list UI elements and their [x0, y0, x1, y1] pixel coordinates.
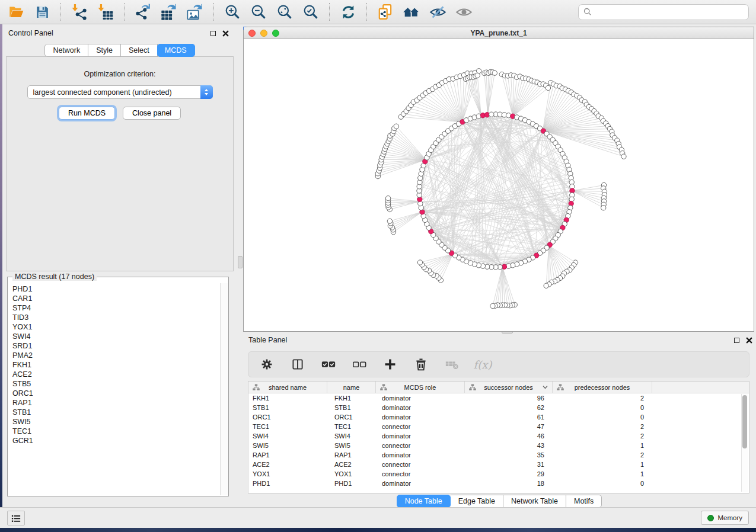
column-header-shared-name[interactable]: shared name	[248, 382, 327, 393]
mcds-result-item[interactable]: TID3	[12, 313, 219, 322]
table-panel: Table Panel	[243, 334, 756, 507]
mcds-result-item[interactable]: RAP1	[12, 398, 219, 408]
mcds-result-list[interactable]: PHD1CAR1STP4TID3YOX1SWI4SRD1PMA2FKH1ACE2…	[8, 284, 219, 495]
cell-successor_nodes: 46	[465, 431, 553, 441]
table-row[interactable]: ORC1ORC1dominator610	[248, 412, 749, 422]
table-scrollbar[interactable]	[741, 394, 748, 492]
import-table-button[interactable]	[97, 3, 114, 21]
tab-edge-table[interactable]: Edge Table	[451, 495, 503, 508]
export-network-button[interactable]	[134, 3, 152, 21]
mcds-list-scrollbar[interactable]	[220, 283, 228, 495]
eye-slash-icon	[429, 4, 446, 21]
column-header-successor-nodes[interactable]: successor nodes	[465, 382, 553, 393]
sort-desc-icon	[543, 385, 548, 389]
tab-network[interactable]: Network	[44, 44, 88, 57]
tree-icon	[380, 384, 387, 391]
export-image-button[interactable]	[186, 3, 204, 21]
deselect-all-rows-button[interactable]	[350, 355, 368, 373]
select-all-rows-button[interactable]	[320, 355, 337, 373]
cell-name: TEC1	[327, 422, 376, 431]
mcds-result-item[interactable]: FKH1	[12, 360, 219, 370]
refresh-view-button[interactable]	[339, 3, 357, 21]
table-settings-button[interactable]	[258, 355, 276, 373]
cell-mcds_role: connector	[376, 460, 465, 469]
mcds-result-item[interactable]: STB5	[12, 379, 219, 389]
first-neighbors-button[interactable]	[403, 3, 420, 21]
table-row[interactable]: SWI4SWI4dominator462	[248, 431, 749, 441]
save-floppy-icon	[35, 5, 50, 20]
mcds-result-item[interactable]: ACE2	[12, 370, 219, 379]
column-header-predecessor-nodes[interactable]: predecessor nodes	[553, 382, 652, 393]
cell-predecessor_nodes: 1	[553, 441, 652, 450]
mcds-result-item[interactable]: STP4	[12, 303, 219, 313]
column-label: name	[343, 384, 360, 391]
mcds-result-item[interactable]: GCR1	[12, 436, 219, 446]
table-row[interactable]: FKH1FKH1dominator962	[248, 393, 749, 403]
mcds-result-item[interactable]: CAR1	[12, 294, 219, 303]
zoom-selected-button[interactable]	[302, 3, 320, 21]
export-table-button[interactable]	[160, 3, 178, 21]
table-row[interactable]: PHD1PHD1dominator180	[248, 479, 749, 488]
columns-icon	[291, 358, 304, 371]
tab-node-table[interactable]: Node Table	[397, 495, 451, 508]
column-label: successor nodes	[484, 384, 533, 391]
hide-selected-button[interactable]	[429, 3, 446, 21]
tab-select[interactable]: Select	[121, 44, 158, 57]
mcds-result-item[interactable]: TEC1	[12, 427, 219, 436]
table-row[interactable]: STB1STB1dominator620	[248, 403, 749, 412]
mcds-result-item[interactable]: PHD1	[12, 284, 219, 294]
memory-button[interactable]: Memory	[701, 511, 749, 525]
table-scrollbar-thumb[interactable]	[742, 395, 747, 448]
run-mcds-button[interactable]: Run MCDS	[59, 107, 115, 120]
fit-content-button[interactable]	[276, 3, 294, 21]
table-row[interactable]: TEC1TEC1connector472	[248, 422, 749, 431]
column-header-name[interactable]: name	[327, 382, 376, 393]
import-network-button[interactable]	[71, 3, 88, 21]
optimization-criterion-select[interactable]: largest connected component (undirected)	[27, 85, 213, 99]
open-folder-icon	[8, 4, 24, 20]
clone-network-button[interactable]	[377, 3, 394, 21]
table-row[interactable]: SWI5SWI5connector431	[248, 441, 749, 450]
table-row[interactable]: ACE2ACE2connector311	[248, 460, 749, 469]
search-icon	[583, 8, 592, 16]
column-header-MCDS-role[interactable]: MCDS role	[376, 382, 465, 393]
vertical-splitter-handle[interactable]	[238, 256, 243, 268]
tab-network-table[interactable]: Network Table	[503, 495, 566, 508]
clone-network-icon	[377, 4, 394, 20]
mcds-result-item[interactable]: SWI4	[12, 332, 219, 341]
tab-mcds[interactable]: MCDS	[157, 44, 195, 57]
add-column-button[interactable]	[381, 355, 399, 373]
mcds-result-item[interactable]: YOX1	[12, 322, 219, 332]
close-panel-button[interactable]: Close panel	[123, 107, 181, 120]
close-panel-icon[interactable]	[222, 30, 229, 37]
table-row[interactable]: RAP1RAP1dominator352	[248, 450, 749, 460]
tab-style[interactable]: Style	[88, 44, 121, 57]
tab-motifs[interactable]: Motifs	[566, 495, 602, 508]
cell-predecessor_nodes: 0	[553, 412, 652, 422]
cell-shared_name: TEC1	[248, 422, 327, 431]
cell-mcds_role: connector	[376, 469, 465, 479]
close-table-panel-icon[interactable]	[746, 337, 752, 344]
save-session-button[interactable]	[33, 3, 51, 21]
show-panel-list-button[interactable]	[7, 511, 25, 525]
show-columns-button[interactable]	[289, 355, 307, 373]
cell-predecessor_nodes: 2	[553, 450, 652, 460]
network-titlebar[interactable]: YPA_prune.txt_1	[244, 27, 754, 39]
control-panel-tabs: NetworkStyleSelectMCDS	[2, 44, 237, 57]
zoom-in-button[interactable]	[224, 3, 241, 21]
open-file-button[interactable]	[7, 3, 25, 21]
toolbar-separator	[213, 3, 214, 21]
show-all-button[interactable]	[455, 3, 473, 21]
network-canvas[interactable]	[244, 39, 754, 331]
mcds-result-item[interactable]: SWI5	[12, 417, 219, 427]
delete-column-button[interactable]	[412, 355, 430, 373]
float-table-panel-icon[interactable]	[734, 338, 739, 343]
mcds-result-item[interactable]: PMA2	[12, 351, 219, 360]
search-input[interactable]	[595, 7, 744, 17]
mcds-result-item[interactable]: SRD1	[12, 341, 219, 351]
mcds-result-item[interactable]: ORC1	[12, 389, 219, 398]
table-row[interactable]: YOX1YOX1connector291	[248, 469, 749, 479]
zoom-out-button[interactable]	[250, 3, 267, 21]
mcds-result-item[interactable]: STB1	[12, 408, 219, 417]
float-panel-icon[interactable]	[210, 31, 216, 36]
